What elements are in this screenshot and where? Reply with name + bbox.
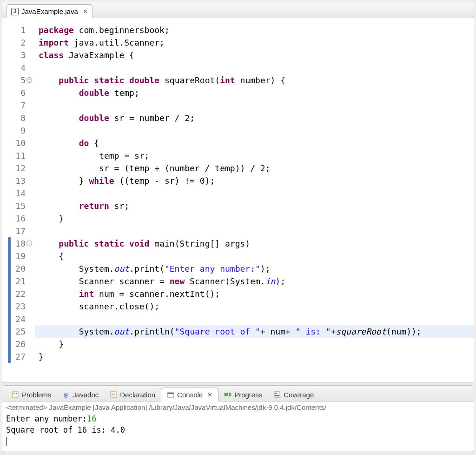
line-number: 19 [2, 250, 31, 262]
console-line: Square root of 16 is: 4.0 [6, 424, 470, 435]
code-body[interactable]: package com.beginnersbook;import java.ut… [35, 18, 474, 382]
close-icon[interactable]: ✕ [83, 8, 88, 15]
line-number: 18− [2, 237, 31, 250]
code-line[interactable]: public static void main(String[] args) [39, 237, 474, 250]
view-tab-progress[interactable]: Progress [218, 388, 268, 401]
code-line[interactable]: return sr; [39, 200, 474, 212]
line-number: 2 [2, 36, 31, 49]
svg-rect-14 [275, 395, 279, 396]
javadoc-icon: @ [62, 391, 70, 398]
line-number: 26 [2, 338, 31, 350]
console-icon [167, 391, 174, 399]
view-tab-label: Progress [234, 391, 262, 399]
code-line[interactable]: do { [39, 137, 474, 149]
line-number: 9 [2, 124, 31, 137]
code-line[interactable] [39, 124, 474, 137]
code-line[interactable]: } [39, 350, 474, 363]
code-line[interactable]: } while ((temp - sr) != 0); [39, 174, 474, 187]
line-number-gutter: 12345−6789101112131415161718−19202122232… [2, 18, 35, 382]
code-line[interactable]: public static double squareRoot(int numb… [39, 74, 474, 87]
line-number: 17 [2, 225, 31, 237]
problems-icon [12, 391, 19, 398]
code-line[interactable]: System.out.println("Square root of "+ nu… [39, 325, 474, 338]
console-line: Enter any number:16 [6, 413, 470, 424]
view-tab-label: Problems [22, 391, 51, 399]
fold-toggle-icon[interactable]: − [26, 241, 32, 246]
code-line[interactable]: System.out.print("Enter any number:"); [39, 262, 474, 275]
line-number: 1 [2, 24, 31, 36]
line-number: 3 [2, 49, 31, 61]
code-editor[interactable]: 12345−6789101112131415161718−19202122232… [2, 18, 474, 382]
svg-rect-0 [13, 392, 18, 397]
line-number: 27 [2, 350, 31, 363]
line-number: 7 [2, 99, 31, 112]
coverage-icon [273, 391, 281, 398]
line-number: 15 [2, 200, 31, 212]
code-line[interactable] [39, 61, 474, 74]
text-cursor [6, 437, 7, 446]
view-tab-javadoc[interactable]: @Javadoc [57, 388, 104, 401]
line-number: 12 [2, 162, 31, 174]
line-number: 8 [2, 112, 31, 124]
view-tab-declaration[interactable]: Declaration [104, 388, 161, 401]
code-line[interactable]: sr = (temp + (number / temp)) / 2; [39, 162, 474, 174]
code-line[interactable]: Scanner scanner = new Scanner(System.in)… [39, 275, 474, 288]
svg-rect-10 [225, 393, 228, 396]
view-tab-label: Console [177, 391, 203, 399]
svg-rect-13 [275, 393, 277, 394]
view-tab-bar: Problems@JavadocDeclarationConsole✕Progr… [2, 386, 474, 401]
editor-tab-javaexample[interactable]: J JavaExample.java ✕ [6, 4, 93, 18]
console-output[interactable]: Enter any number:16Square root of 16 is:… [2, 413, 474, 447]
line-number: 11 [2, 149, 31, 162]
bottom-views-pane: Problems@JavadocDeclarationConsole✕Progr… [2, 385, 474, 451]
code-line[interactable]: } [39, 338, 474, 350]
java-file-icon: J [11, 8, 19, 15]
svg-rect-12 [274, 392, 280, 397]
line-number: 23 [2, 300, 31, 313]
code-line[interactable]: } [39, 212, 474, 225]
console-cursor-line [6, 435, 470, 447]
view-tab-label: Declaration [120, 391, 155, 399]
code-line[interactable] [39, 225, 474, 237]
view-tab-label: Coverage [284, 391, 314, 399]
code-line[interactable]: class JavaExample { [39, 49, 474, 61]
console-status-line: <terminated> JavaExample [Java Applicati… [2, 401, 474, 413]
code-line[interactable]: { [39, 250, 474, 262]
view-tab-console[interactable]: Console✕ [161, 388, 218, 401]
svg-rect-1 [13, 393, 15, 394]
view-tab-label: Javadoc [73, 391, 99, 399]
editor-pane: J JavaExample.java ✕ 12345−6789101112131… [2, 2, 474, 382]
line-number: 16 [2, 212, 31, 225]
fold-toggle-icon[interactable]: − [26, 77, 32, 83]
code-line[interactable]: scanner.close(); [39, 300, 474, 313]
line-number: 13 [2, 174, 31, 187]
view-tab-problems[interactable]: Problems [6, 388, 57, 401]
line-number: 21 [2, 275, 31, 288]
line-number: 5− [2, 74, 31, 87]
line-number: 22 [2, 288, 31, 300]
svg-rect-2 [16, 393, 17, 394]
code-line[interactable]: int num = scanner.nextInt(); [39, 288, 474, 300]
close-icon[interactable]: ✕ [207, 391, 212, 398]
editor-tab-filename: JavaExample.java [21, 7, 78, 15]
progress-icon [224, 391, 231, 398]
line-number: 10 [2, 137, 31, 149]
code-line[interactable]: double temp; [39, 87, 474, 99]
code-line[interactable]: package com.beginnersbook; [39, 24, 474, 36]
editor-tab-bar: J JavaExample.java ✕ [2, 2, 474, 18]
code-line[interactable] [39, 313, 474, 325]
declaration-icon [110, 391, 117, 398]
code-line[interactable]: temp = sr; [39, 149, 474, 162]
line-number: 24 [2, 313, 31, 325]
code-line[interactable] [39, 187, 474, 200]
code-line[interactable] [39, 99, 474, 112]
view-tab-coverage[interactable]: Coverage [268, 388, 319, 401]
line-number: 6 [2, 87, 31, 99]
code-line[interactable]: double sr = number / 2; [39, 112, 474, 124]
line-number: 20 [2, 262, 31, 275]
line-number: 4 [2, 61, 31, 74]
line-number: 25 [2, 325, 31, 338]
line-number: 14 [2, 187, 31, 200]
svg-rect-8 [167, 393, 174, 394]
code-line[interactable]: import java.util.Scanner; [39, 36, 474, 49]
